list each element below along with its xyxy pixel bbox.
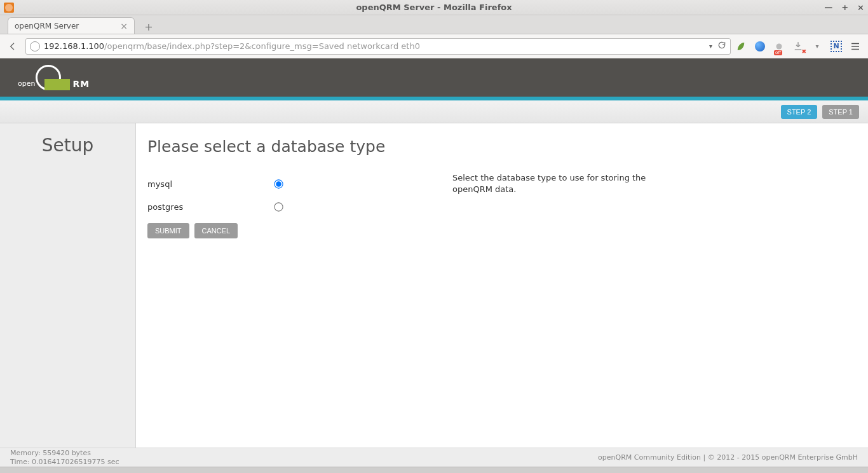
tab-title: openQRM Server bbox=[15, 22, 79, 31]
browser-toolbar-icons: off ✖ ▾ N bbox=[735, 40, 864, 53]
footer-stats: Memory: 559420 bytes Time: 0.01641702651… bbox=[10, 449, 119, 465]
firefox-app-icon bbox=[4, 3, 14, 13]
noscript-icon[interactable]: N bbox=[830, 40, 843, 53]
openqrm-logo: open RM bbox=[18, 65, 90, 90]
url-dropdown-icon[interactable]: ▾ bbox=[704, 43, 712, 50]
reload-icon[interactable] bbox=[717, 41, 726, 51]
app-body: Setup Please select a database type mysq… bbox=[0, 123, 868, 448]
globe-icon[interactable] bbox=[754, 40, 766, 53]
window-title: openQRM Server - Mozilla Firefox bbox=[0, 3, 868, 12]
new-tab-button[interactable]: + bbox=[140, 20, 158, 34]
step-toolbar: STEP 2 STEP 1 bbox=[0, 100, 868, 123]
option-mysql-radio[interactable] bbox=[274, 179, 283, 188]
option-postgres-row: postgres bbox=[147, 195, 427, 218]
os-titlebar: openQRM Server - Mozilla Firefox — + × bbox=[0, 0, 868, 15]
firebug-icon[interactable]: off bbox=[773, 40, 785, 53]
option-postgres-label: postgres bbox=[147, 202, 275, 212]
browser-tabstrip: openQRM Server × + bbox=[0, 15, 868, 34]
leaf-icon[interactable] bbox=[735, 40, 747, 53]
option-mysql-row: mysql bbox=[147, 172, 427, 195]
tab-close-icon[interactable]: × bbox=[120, 21, 128, 31]
sidebar-title: Setup bbox=[0, 135, 135, 156]
back-button[interactable] bbox=[4, 38, 22, 55]
window-controls: — + × bbox=[824, 3, 864, 12]
firebug-off-badge: off bbox=[774, 50, 782, 55]
window-minimize-icon[interactable]: — bbox=[824, 3, 832, 12]
window-maximize-icon[interactable]: + bbox=[841, 3, 848, 12]
page-heading: Please select a database type bbox=[147, 137, 857, 156]
url-path: /openqrm/base/index.php?step=2&configure… bbox=[104, 41, 420, 51]
footer-memory: Memory: 559420 bytes bbox=[10, 449, 119, 457]
step-2-button[interactable]: STEP 2 bbox=[781, 105, 818, 119]
footer-time: Time: 0.016417026519775 sec bbox=[10, 458, 119, 466]
os-bottom-strip bbox=[0, 467, 868, 473]
arrow-left-icon bbox=[8, 41, 18, 51]
main-panel: Please select a database type mysql post… bbox=[136, 123, 868, 448]
browser-tab[interactable]: openQRM Server × bbox=[8, 17, 135, 34]
option-mysql-label: mysql bbox=[147, 179, 275, 189]
step-1-button[interactable]: STEP 1 bbox=[822, 105, 859, 119]
hamburger-menu-icon[interactable] bbox=[849, 40, 862, 53]
svg-point-0 bbox=[776, 43, 782, 49]
browser-navbar: 192.168.1.100/openqrm/base/index.php?ste… bbox=[0, 34, 868, 58]
url-bar[interactable]: 192.168.1.100/openqrm/base/index.php?ste… bbox=[25, 38, 731, 55]
form-area: mysql postgres SUBMIT CANCEL Select the … bbox=[147, 172, 857, 238]
site-identity-icon bbox=[30, 41, 40, 51]
url-host: 192.168.1.100 bbox=[44, 41, 104, 51]
database-options: mysql postgres SUBMIT CANCEL bbox=[147, 172, 427, 238]
submit-button[interactable]: SUBMIT bbox=[147, 223, 189, 238]
download-icon[interactable]: ✖ bbox=[792, 40, 804, 53]
sidebar: Setup bbox=[0, 123, 136, 448]
cancel-button[interactable]: CANCEL bbox=[194, 223, 238, 238]
download-arrow-icon[interactable]: ▾ bbox=[811, 40, 824, 53]
footer-copyright: openQRM Community Edition | © 2012 - 201… bbox=[598, 453, 858, 462]
button-row: SUBMIT CANCEL bbox=[147, 223, 427, 238]
page-content: open RM STEP 2 STEP 1 Setup Please selec… bbox=[0, 58, 868, 467]
option-postgres-radio[interactable] bbox=[274, 202, 283, 211]
window-close-icon[interactable]: × bbox=[857, 3, 864, 12]
app-header: open RM bbox=[0, 58, 868, 97]
app-footer: Memory: 559420 bytes Time: 0.01641702651… bbox=[0, 448, 868, 467]
help-text: Select the database type to use for stor… bbox=[452, 172, 656, 238]
